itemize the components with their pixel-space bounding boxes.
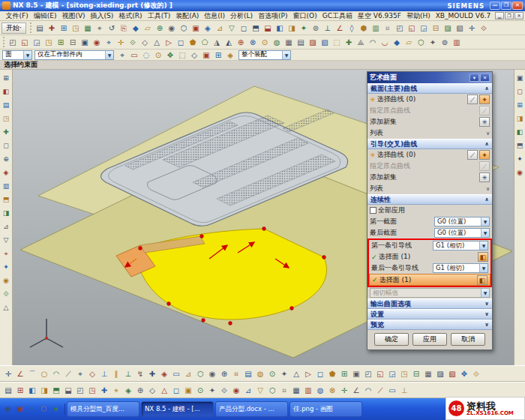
toolbar-icon[interactable]: ⊙ [260,37,271,48]
toolbar-icon[interactable]: ▨ [442,22,453,34]
toolbar-icon[interactable]: ◈ [51,404,62,415]
toolbar-icon[interactable]: ◮ [212,37,223,48]
toolbar-icon[interactable]: ⌖ [75,368,86,380]
toolbar-icon[interactable]: ▧ [454,22,465,34]
toolbar-icon[interactable]: ◍ [255,368,266,380]
toolbar-icon[interactable]: ▣ [15,404,26,415]
toolbar-icon[interactable]: ▦ [82,22,93,34]
toolbar-icon[interactable]: ◻ [515,85,525,98]
toolbar-icon[interactable]: ⟂ [123,368,134,380]
toolbar-icon[interactable]: ⌗ [279,385,290,396]
menu-item[interactable]: 星空 V6.935F [355,11,404,21]
toolbar-icon[interactable]: ◳ [70,22,81,34]
toolbar-icon[interactable]: ◳ [44,37,55,48]
toolbar-icon[interactable]: ✦ [2,260,11,274]
curve-select-icon[interactable]: ✦ [479,94,490,104]
menu-item[interactable]: 装配(A) [173,11,202,21]
add-new-set-icon[interactable]: ✳ [479,172,490,182]
toolbar-icon[interactable]: ◈ [2,166,11,179]
toolbar-icon[interactable]: ⊥ [99,368,110,380]
dialog-collapse-icon[interactable]: ▾ [470,74,479,82]
toolbar-icon[interactable]: ▦ [291,385,302,396]
toolbar-icon[interactable]: ◻ [2,139,11,152]
select-curve-row[interactable]: ✳ 选择曲线 (0) ⟋ ✦ [368,149,492,160]
toolbar-icon[interactable]: ◆ [392,37,403,48]
toolbar-icon[interactable]: ⬡ [195,368,206,380]
toolbar-icon[interactable]: △ [159,385,170,396]
toolbar-icon[interactable]: ◭ [224,37,235,48]
toolbar-icon[interactable]: ⊞ [515,98,525,112]
toolbar-icon[interactable]: ⊞ [15,385,26,396]
toolbar-icon[interactable]: ⊕ [236,37,247,48]
toolbar-icon[interactable]: ⬟ [188,37,199,48]
toolbar-icon[interactable]: ▦ [423,368,434,380]
toolbar-icon[interactable]: ⬡ [267,385,278,396]
toolbar-icon[interactable]: ○ [39,368,50,380]
toolbar-icon[interactable]: ▣ [351,368,362,380]
toolbar-icon[interactable]: ⊿ [243,385,254,396]
toolbar-icon[interactable]: ✦ [515,152,525,166]
toolbar-icon[interactable]: ▣ [80,37,91,48]
toolbar-icon[interactable]: ◠ [51,368,62,380]
toolbar-icon[interactable]: ▨ [308,37,319,48]
toolbar-icon[interactable]: ✚ [344,37,355,48]
toolbar-icon[interactable]: ⊚ [310,22,321,34]
toolbar-icon[interactable]: ✦ [428,37,439,48]
toolbar-icon[interactable]: ⊚ [440,37,451,48]
toolbar-icon[interactable]: ⟐ [219,385,230,396]
face-select-icon[interactable]: ◧ [477,275,488,285]
toolbar-icon[interactable]: ∠ [334,22,345,34]
toolbar-icon[interactable]: ◱ [406,22,417,34]
add-new-set-icon[interactable]: ✳ [479,117,490,127]
toolbar-icon[interactable]: ✦ [298,22,309,34]
toolbar-icon[interactable]: ◨ [286,22,297,34]
taskbar-window-button[interactable]: 模具分型简_百度... [67,401,140,417]
toolbar-icon[interactable]: ◍ [272,37,283,48]
toolbar-icon[interactable]: ◧ [515,125,525,139]
toolbar-icon[interactable]: ✚ [99,385,110,396]
toolbar-icon[interactable]: ▣ [201,50,212,61]
toolbar-icon[interactable]: ⊞ [2,71,11,85]
toolbar-icon[interactable]: ◲ [387,368,398,380]
toolbar-icon[interactable]: ◠ [363,385,374,396]
toolbar-icon[interactable]: ⊞ [56,37,67,48]
list-row[interactable]: 列表 ∨ [368,183,492,194]
toolbar-icon[interactable]: ◉ [166,22,177,34]
toolbar-icon[interactable]: ⊞ [213,50,224,61]
toolbar-icon[interactable]: ◡ [380,37,391,48]
dialog-title-bar[interactable]: 艺术曲面 ▾ ✕ [368,72,492,83]
toolbar-icon[interactable]: ▽ [255,385,266,396]
toolbar-icon[interactable]: ✚ [147,368,158,380]
menu-item[interactable]: XB_MOULD V6.7 [433,12,494,20]
toolbar-icon[interactable]: ⊗ [248,37,259,48]
mdi-minimize-button[interactable]: ▁ [495,12,504,20]
toolbar-icon[interactable]: ◰ [394,22,405,34]
toolbar-icon[interactable]: ⬒ [2,193,11,206]
toolbar-icon[interactable]: ∥ [111,368,122,380]
toolbar-icon[interactable]: ⟐ [2,287,11,301]
toolbar-icon[interactable]: ⊿ [183,368,194,380]
toolbar-icon[interactable]: ◉ [515,166,525,179]
toolbar-icon[interactable]: ⌖ [117,50,128,61]
menu-item[interactable]: 格式(R) [116,11,145,21]
taskbar-window-button[interactable]: 产品分型.docx - ... [215,401,288,417]
toolbar-icon[interactable]: ◌ [141,50,152,61]
toolbar-icon[interactable]: ▱ [404,37,415,48]
toolbar-icon[interactable]: ◉ [207,368,218,380]
toolbar-icon[interactable]: ▣ [515,71,525,85]
toolbar-icon[interactable]: ✛ [116,37,127,48]
selection-scope-combo[interactable]: 仅在工作部件内▼ [34,50,114,60]
toolbar-icon[interactable]: ◍ [315,385,326,396]
toolbar-icon[interactable]: ◰ [363,368,374,380]
toolbar-icon[interactable]: ⬟ [327,368,338,380]
toolbar-icon[interactable]: ▨ [435,368,446,380]
taskbar-window-button[interactable]: NX 8.5 - 建模 - [... [141,401,214,417]
toolbar-icon[interactable]: ⊞ [339,368,350,380]
toolbar-icon[interactable]: ▷ [164,37,175,48]
toolbar-icon[interactable]: ◰ [75,385,86,396]
face-select-icon[interactable]: ◧ [478,252,488,262]
mdi-close-button[interactable]: ✕ [514,12,524,20]
toolbar-icon[interactable]: ◈ [202,22,213,34]
menu-item[interactable]: 窗口(O) [290,11,320,21]
toolbar-icon[interactable]: ⊕ [219,368,230,380]
